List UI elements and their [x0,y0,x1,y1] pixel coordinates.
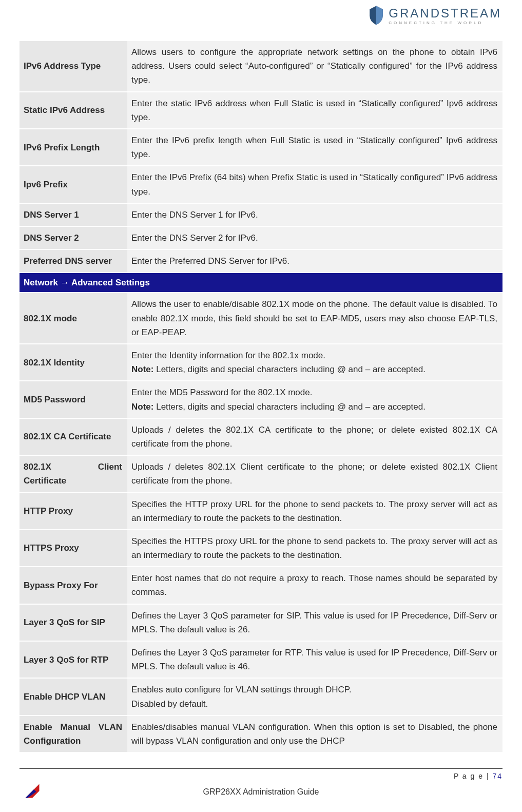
setting-description: Enter the IPv6 prefix length when Full S… [127,129,502,166]
table-row: IPv6 Prefix LengthEnter the IPv6 prefix … [20,129,502,166]
table-row: 802.1X modeAllows the user to enable/dis… [20,293,502,344]
setting-label: IPv6 Prefix Length [20,129,127,166]
content-area: IPv6 Address TypeAllows users to configu… [0,0,522,753]
setting-label: Enable Manual VLAN Configuration [20,716,127,752]
setting-description: Enables/disables manual VLAN configurati… [127,716,502,752]
page-label-text: P a g e | [454,772,493,780]
table-row: DNS Server 2Enter the DNS Server 2 for I… [20,226,502,249]
table-row: 802.1X CA CertificateUploads / deletes t… [20,418,502,455]
setting-label: DNS Server 2 [20,226,127,249]
table-row: Layer 3 QoS for RTPDefines the Layer 3 Q… [20,641,502,678]
table-row: Enable Manual VLAN ConfigurationEnables/… [20,716,502,752]
setting-description: Enter the DNS Server 1 for IPv6. [127,203,502,226]
setting-description: Specifies the HTTP proxy URL for the pho… [127,493,502,530]
setting-description: Enables auto configure for VLAN settings… [127,678,502,715]
table-row: HTTP ProxySpecifies the HTTP proxy URL f… [20,493,502,530]
table-row: MD5 PasswordEnter the MD5 Password for t… [20,381,502,418]
note-label: Note: [131,364,156,374]
setting-description: Enter the Identity information for the 8… [127,344,502,381]
setting-label: IPv6 Address Type [20,41,127,92]
setting-label: Ipv6 Prefix [20,166,127,203]
section-header-cell: Network → Advanced Settings [20,273,502,293]
note-label: Note: [131,402,156,412]
table-row: 802.1X Client CertificateUploads / delet… [20,455,502,492]
table-row: Layer 3 QoS for SIPDefines the Layer 3 Q… [20,604,502,641]
table-row: 802.1X IdentityEnter the Identity inform… [20,344,502,381]
table-row: Ipv6 PrefixEnter the IPv6 Prefix (64 bit… [20,166,502,203]
setting-label: Static IPv6 Address [20,92,127,129]
brand-logo: GRANDSTREAM CONNECTING THE WORLD [368,5,501,26]
logo-sub-text: CONNECTING THE WORLD [389,21,501,25]
setting-description: Enter the MD5 Password for the 802.1X mo… [127,381,502,418]
setting-description: Allows users to configure the appropriat… [127,41,502,92]
setting-label: Bypass Proxy For [20,567,127,604]
table-row: Bypass Proxy ForEnter host names that do… [20,567,502,604]
setting-label: 802.1X Client Certificate [20,455,127,492]
setting-description: Enter the IPv6 Prefix (64 bits) when Pre… [127,166,502,203]
setting-label: Preferred DNS server [20,249,127,273]
setting-description: Enter host names that do not require a p… [127,567,502,604]
table-row: Enable DHCP VLANEnables auto configure f… [20,678,502,715]
page-number-value: 74 [492,772,502,780]
setting-label: HTTP Proxy [20,493,127,530]
setting-label: Layer 3 QoS for RTP [20,641,127,678]
setting-label: MD5 Password [20,381,127,418]
setting-description: Uploads / deletes 802.1X Client certific… [127,455,502,492]
setting-description: Allows the user to enable/disable 802.1X… [127,293,502,344]
setting-label: Layer 3 QoS for SIP [20,604,127,641]
shield-icon [368,5,384,26]
table-row: Preferred DNS serverEnter the Preferred … [20,249,502,273]
setting-label: 802.1X mode [20,293,127,344]
table-row: HTTPS ProxySpecifies the HTTPS proxy URL… [20,530,502,567]
setting-description: Specifies the HTTPS proxy URL for the ph… [127,530,502,567]
settings-table: IPv6 Address TypeAllows users to configu… [20,41,502,753]
setting-description: Enter the static IPv6 address when Full … [127,92,502,129]
footer-title: GRP26XX Administration Guide [20,787,502,797]
page-footer: P a g e | 74 GRP26XX Administration Guid… [20,768,502,797]
flag-icon [25,783,40,799]
setting-description: Defines the Layer 3 QoS parameter for RT… [127,641,502,678]
setting-label: 802.1X CA Certificate [20,418,127,455]
setting-description: Uploads / deletes the 802.1X CA certific… [127,418,502,455]
setting-label: 802.1X Identity [20,344,127,381]
footer-divider [20,768,502,769]
page-number: P a g e | 74 [20,772,502,780]
setting-description: Enter the DNS Server 2 for IPv6. [127,226,502,249]
setting-label: Enable DHCP VLAN [20,678,127,715]
setting-description: Defines the Layer 3 QoS parameter for SI… [127,604,502,641]
setting-description: Enter the Preferred DNS Server for IPv6. [127,249,502,273]
table-row: DNS Server 1Enter the DNS Server 1 for I… [20,203,502,226]
table-row: IPv6 Address TypeAllows users to configu… [20,41,502,92]
setting-label: DNS Server 1 [20,203,127,226]
setting-label: HTTPS Proxy [20,530,127,567]
logo-main-text: GRANDSTREAM [389,6,501,21]
section-header-row: Network → Advanced Settings [20,273,502,293]
table-row: Static IPv6 AddressEnter the static IPv6… [20,92,502,129]
